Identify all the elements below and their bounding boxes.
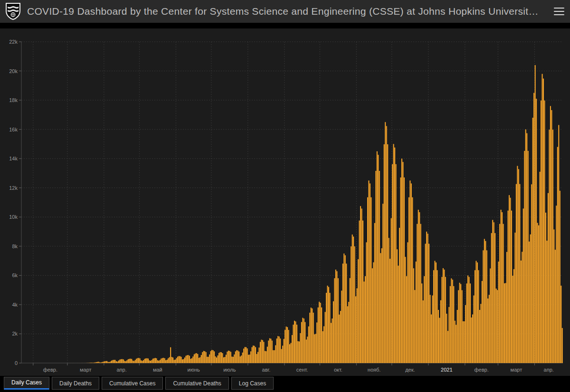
bar[interactable]: [536, 99, 537, 363]
bar[interactable]: [327, 286, 328, 363]
bar[interactable]: [122, 359, 123, 363]
bar[interactable]: [208, 357, 209, 363]
bar[interactable]: [304, 322, 305, 363]
bar[interactable]: [502, 212, 503, 363]
bar[interactable]: [368, 180, 369, 363]
bar[interactable]: [238, 351, 238, 363]
bar[interactable]: [377, 151, 378, 363]
bar[interactable]: [549, 130, 550, 363]
bar[interactable]: [140, 358, 141, 363]
bar[interactable]: [372, 268, 373, 363]
bar[interactable]: [351, 246, 352, 363]
bar[interactable]: [418, 210, 419, 363]
bar[interactable]: [163, 358, 164, 363]
bar[interactable]: [456, 325, 456, 363]
bar[interactable]: [275, 345, 276, 363]
bar[interactable]: [150, 361, 151, 363]
bar[interactable]: [469, 277, 470, 363]
bar[interactable]: [532, 118, 533, 363]
bar[interactable]: [258, 347, 259, 363]
bar[interactable]: [440, 300, 441, 363]
bar[interactable]: [511, 211, 512, 363]
bar[interactable]: [161, 358, 162, 363]
bar[interactable]: [336, 271, 337, 363]
bar[interactable]: [314, 334, 315, 363]
bar[interactable]: [475, 270, 475, 363]
bar[interactable]: [346, 263, 347, 363]
bar[interactable]: [288, 330, 289, 363]
bar[interactable]: [394, 148, 395, 363]
bar[interactable]: [498, 261, 499, 363]
bar[interactable]: [209, 355, 210, 363]
bar[interactable]: [552, 130, 553, 363]
bar[interactable]: [260, 342, 261, 363]
bar[interactable]: [359, 221, 360, 363]
bar[interactable]: [164, 358, 165, 363]
bar[interactable]: [242, 353, 243, 363]
bar[interactable]: [426, 232, 427, 363]
bar[interactable]: [262, 340, 263, 363]
bar[interactable]: [444, 270, 445, 363]
bar[interactable]: [431, 315, 432, 363]
bar[interactable]: [463, 321, 464, 363]
bar[interactable]: [112, 360, 113, 363]
bar[interactable]: [513, 269, 514, 363]
bar[interactable]: [269, 338, 270, 363]
hamburger-menu-icon[interactable]: [554, 8, 564, 15]
bar[interactable]: [95, 363, 95, 363]
bar[interactable]: [489, 295, 490, 363]
bar[interactable]: [294, 321, 295, 363]
bar[interactable]: [323, 331, 323, 363]
bar[interactable]: [343, 253, 344, 363]
bar[interactable]: [235, 351, 236, 363]
bar[interactable]: [528, 151, 529, 363]
bar[interactable]: [484, 239, 485, 363]
bar[interactable]: [218, 353, 219, 363]
bar[interactable]: [272, 341, 273, 363]
bar[interactable]: [295, 321, 296, 363]
bar[interactable]: [153, 358, 154, 363]
bar[interactable]: [170, 347, 171, 363]
bar[interactable]: [425, 244, 426, 363]
bar[interactable]: [519, 184, 520, 363]
bar[interactable]: [504, 283, 505, 363]
bar[interactable]: [540, 172, 541, 363]
bar[interactable]: [366, 243, 367, 363]
bar[interactable]: [308, 327, 309, 363]
bar[interactable]: [133, 361, 133, 363]
bar[interactable]: [492, 220, 493, 363]
bar[interactable]: [355, 296, 356, 363]
bar[interactable]: [174, 360, 175, 363]
bar[interactable]: [316, 322, 317, 363]
bar[interactable]: [146, 358, 147, 363]
bar[interactable]: [323, 326, 324, 363]
bar[interactable]: [187, 355, 188, 363]
bar[interactable]: [252, 347, 253, 363]
bar[interactable]: [537, 223, 538, 363]
bar[interactable]: [110, 362, 111, 363]
bar[interactable]: [465, 305, 466, 363]
bar[interactable]: [417, 224, 418, 363]
bar[interactable]: [246, 347, 247, 363]
bar[interactable]: [206, 352, 207, 363]
bar[interactable]: [152, 359, 153, 363]
bar[interactable]: [335, 270, 336, 363]
bar[interactable]: [185, 356, 186, 363]
bar[interactable]: [407, 243, 408, 363]
bar[interactable]: [533, 93, 534, 363]
bar[interactable]: [477, 262, 478, 363]
bar[interactable]: [428, 233, 428, 363]
bar[interactable]: [286, 327, 287, 363]
bar[interactable]: [216, 357, 217, 363]
bar[interactable]: [408, 197, 409, 363]
bar[interactable]: [409, 180, 410, 363]
bar[interactable]: [400, 177, 401, 363]
bar[interactable]: [326, 293, 327, 363]
bar[interactable]: [321, 308, 322, 363]
bar[interactable]: [151, 360, 152, 363]
bar[interactable]: [149, 360, 150, 363]
bar[interactable]: [506, 252, 507, 363]
bar[interactable]: [411, 184, 412, 364]
bar[interactable]: [104, 361, 105, 363]
bar[interactable]: [210, 351, 211, 363]
